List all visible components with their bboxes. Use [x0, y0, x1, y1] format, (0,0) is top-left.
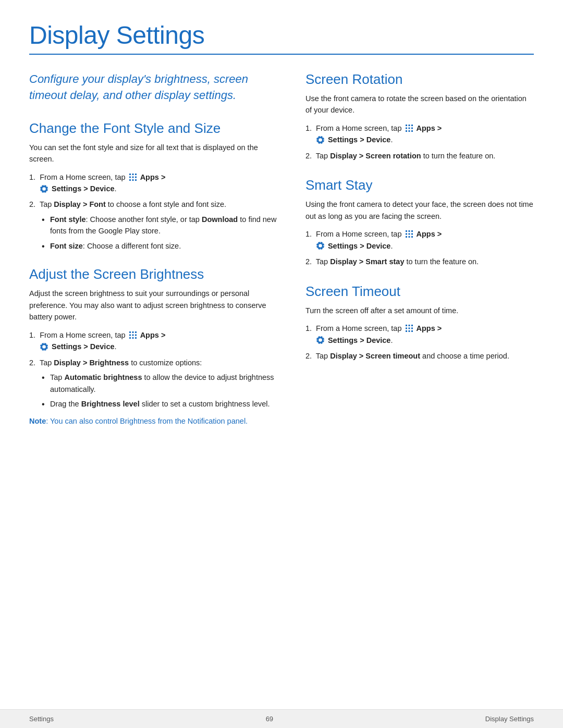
- svg-rect-25: [406, 128, 407, 129]
- svg-rect-12: [132, 331, 133, 333]
- page-container: Display Settings Configure your display'…: [0, 0, 563, 473]
- footer-center: 69: [266, 715, 273, 723]
- svg-rect-3: [129, 176, 131, 178]
- svg-rect-34: [408, 230, 410, 232]
- svg-rect-2: [135, 174, 137, 175]
- settings-icon: [316, 336, 325, 344]
- svg-rect-13: [135, 331, 137, 333]
- section-adjust-brightness: Adjust the Screen Brightness Adjust the …: [29, 266, 280, 427]
- brightness-bullets: Tap Automatic brightness to allow the de…: [42, 372, 280, 410]
- settings-icon: [40, 184, 48, 193]
- change-font-steps: 1. From a Home screen, tap Apps >: [29, 171, 280, 252]
- svg-rect-33: [406, 230, 407, 232]
- svg-rect-1: [132, 174, 133, 175]
- svg-rect-36: [406, 233, 407, 235]
- svg-rect-23: [408, 125, 410, 126]
- section-change-font: Change the Font Style and Size You can s…: [29, 120, 280, 252]
- svg-rect-27: [411, 128, 413, 129]
- svg-rect-7: [132, 179, 133, 181]
- svg-rect-52: [411, 330, 413, 332]
- two-column-layout: Configure your display's brightness, scr…: [29, 71, 534, 441]
- section-title-smart-stay: Smart Stay: [305, 177, 534, 193]
- step-item: 1. From a Home screen, tap Apps >: [305, 323, 534, 346]
- svg-point-54: [319, 338, 322, 342]
- step-item: 2. Tap Display > Brightness to customize…: [29, 357, 280, 410]
- section-title-adjust-brightness: Adjust the Screen Brightness: [29, 266, 280, 282]
- svg-rect-17: [129, 337, 131, 339]
- svg-point-21: [42, 345, 46, 349]
- svg-rect-26: [408, 128, 410, 129]
- right-column: Screen Rotation Use the front camera to …: [305, 71, 534, 441]
- svg-rect-16: [135, 334, 137, 336]
- bullet-item: Drag the Brightness level slider to set …: [42, 398, 280, 410]
- section-title-change-font: Change the Font Style and Size: [29, 120, 280, 137]
- screen-rotation-steps: 1. From a Home screen, tap Apps >: [305, 122, 534, 162]
- step-item: 2. Tap Display > Screen timeout and choo…: [305, 350, 534, 362]
- intro-text: Configure your display's brightness, scr…: [29, 71, 280, 104]
- svg-point-10: [42, 187, 46, 191]
- bullet-item: Font style: Choose another font style, o…: [42, 214, 280, 237]
- step-item: 1. From a Home screen, tap Apps >: [305, 228, 534, 252]
- svg-rect-48: [408, 328, 410, 329]
- svg-rect-28: [406, 130, 407, 132]
- svg-rect-51: [408, 330, 410, 332]
- svg-rect-5: [135, 176, 137, 178]
- apps-icon: [405, 324, 413, 332]
- svg-rect-35: [411, 230, 413, 232]
- step-item: 1. From a Home screen, tap Apps >: [29, 329, 280, 353]
- svg-rect-49: [411, 328, 413, 329]
- step-item: 1. From a Home screen, tap Apps >: [305, 122, 534, 146]
- svg-rect-19: [135, 337, 137, 339]
- svg-rect-46: [411, 325, 413, 326]
- apps-icon: [405, 230, 413, 238]
- svg-rect-30: [411, 130, 413, 132]
- svg-point-32: [319, 138, 322, 142]
- font-bullets: Font style: Choose another font style, o…: [42, 214, 280, 252]
- footer-right: Display Settings: [485, 715, 534, 723]
- svg-rect-41: [411, 236, 413, 238]
- section-title-screen-rotation: Screen Rotation: [305, 71, 534, 88]
- smart-stay-steps: 1. From a Home screen, tap Apps >: [305, 228, 534, 267]
- section-body-adjust-brightness: Adjust the screen brightness to suit you…: [29, 288, 280, 323]
- svg-rect-47: [406, 328, 407, 329]
- page-title: Display Settings: [29, 21, 534, 50]
- apps-icon: [129, 173, 137, 181]
- svg-point-43: [319, 244, 322, 248]
- svg-rect-18: [132, 337, 133, 339]
- svg-rect-44: [406, 325, 407, 326]
- svg-rect-37: [408, 233, 410, 235]
- svg-rect-14: [129, 334, 131, 336]
- svg-rect-40: [408, 236, 410, 238]
- page-footer: Settings 69 Display Settings: [0, 709, 563, 728]
- title-divider: [29, 54, 534, 55]
- footer-left: Settings: [29, 715, 54, 723]
- section-body-screen-rotation: Use the front camera to rotate the scree…: [305, 93, 534, 116]
- svg-rect-4: [132, 176, 133, 178]
- step-item: 2. Tap Display > Screen rotation to turn…: [305, 150, 534, 162]
- apps-icon: [129, 331, 137, 339]
- section-screen-rotation: Screen Rotation Use the front camera to …: [305, 71, 534, 162]
- svg-rect-39: [406, 236, 407, 238]
- settings-icon: [316, 135, 325, 144]
- svg-rect-15: [132, 334, 133, 336]
- section-title-screen-timeout: Screen Timeout: [305, 283, 534, 300]
- svg-rect-50: [406, 330, 407, 332]
- note-text: Note: You can also control Brightness fr…: [29, 415, 280, 427]
- settings-icon: [40, 342, 48, 351]
- step-item: 2. Tap Display > Font to choose a font s…: [29, 199, 280, 252]
- apps-icon: [405, 124, 413, 132]
- svg-rect-45: [408, 325, 410, 326]
- bullet-item: Font size: Choose a different font size.: [42, 240, 280, 252]
- svg-rect-22: [406, 125, 407, 126]
- left-column: Configure your display's brightness, scr…: [29, 71, 280, 441]
- svg-rect-24: [411, 125, 413, 126]
- step-item: 1. From a Home screen, tap Apps >: [29, 171, 280, 195]
- svg-rect-0: [129, 174, 131, 175]
- bullet-item: Tap Automatic brightness to allow the de…: [42, 372, 280, 395]
- svg-rect-11: [129, 331, 131, 333]
- svg-rect-8: [135, 179, 137, 181]
- settings-icon: [316, 241, 325, 250]
- svg-rect-38: [411, 233, 413, 235]
- brightness-steps: 1. From a Home screen, tap Apps >: [29, 329, 280, 410]
- svg-rect-6: [129, 179, 131, 181]
